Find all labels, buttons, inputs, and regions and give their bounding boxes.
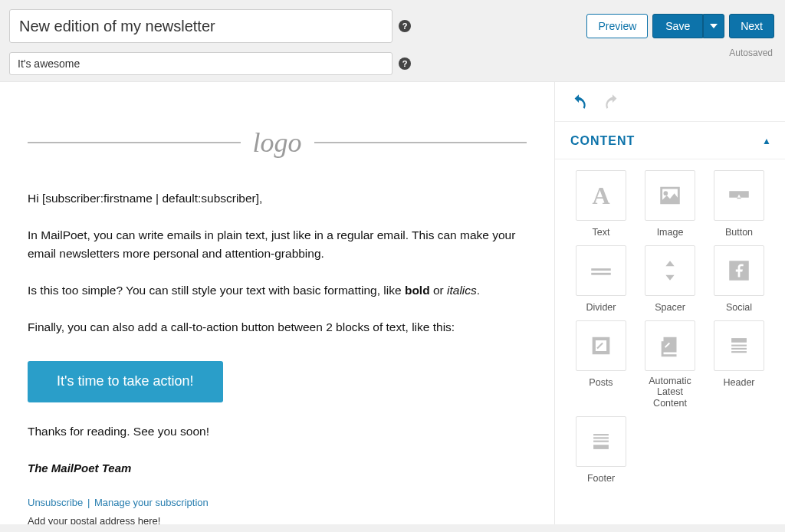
- svg-rect-4: [731, 348, 747, 350]
- sidebar: CONTENT ▲ A Text Image Button: [555, 81, 785, 524]
- autosaved-status: Autosaved: [729, 43, 774, 75]
- save-button-group: Save: [652, 14, 724, 38]
- social-icon: [726, 258, 752, 284]
- chevron-down-icon: [710, 24, 718, 28]
- preview-button[interactable]: Preview: [586, 14, 648, 38]
- save-dropdown-button[interactable]: [703, 14, 724, 38]
- next-button[interactable]: Next: [729, 14, 774, 38]
- manage-subscription-link[interactable]: Manage your subscription: [94, 497, 209, 508]
- block-header[interactable]: Header: [708, 320, 770, 409]
- divider-left: [28, 142, 241, 143]
- outro-paragraph: Thanks for reading. See you soon!: [28, 422, 527, 441]
- block-footer[interactable]: Footer: [570, 416, 632, 484]
- divider-right: [314, 142, 527, 143]
- footer-icon: [588, 429, 614, 455]
- history-toolbar: [555, 82, 785, 122]
- block-spacer[interactable]: Spacer: [639, 245, 701, 313]
- svg-rect-7: [593, 437, 609, 438]
- button-icon: [726, 182, 752, 209]
- block-automatic-latest-content[interactable]: Automatic Latest Content: [639, 320, 701, 409]
- preheader-input[interactable]: [9, 52, 392, 75]
- block-posts[interactable]: Posts: [570, 320, 632, 409]
- block-image[interactable]: Image: [639, 170, 701, 238]
- automatic-latest-content-icon: [657, 333, 683, 359]
- subject-help-icon[interactable]: ?: [399, 20, 411, 32]
- svg-rect-5: [731, 351, 747, 353]
- content-blocks-grid: A Text Image Button Divider: [555, 159, 785, 494]
- header-icon: [726, 333, 752, 359]
- signature: The MailPoet Team: [28, 459, 527, 477]
- block-text[interactable]: A Text: [570, 170, 632, 238]
- cta-button[interactable]: It's time to take action!: [28, 361, 223, 402]
- svg-rect-1: [591, 273, 611, 275]
- intro-paragraph: In MailPoet, you can write emails in pla…: [28, 226, 527, 263]
- formatting-paragraph: Is this too simple? You can still style …: [28, 281, 527, 300]
- collapse-icon: ▲: [762, 136, 771, 146]
- postal-address-placeholder: Add your postal address here!: [28, 514, 527, 524]
- save-button[interactable]: Save: [652, 14, 703, 38]
- spacer-icon: [657, 258, 683, 284]
- image-icon: [657, 182, 683, 209]
- redo-icon: [603, 93, 622, 113]
- redo-button: [603, 93, 622, 115]
- logo-text: logo: [253, 126, 302, 159]
- preheader-help-icon[interactable]: ?: [399, 57, 411, 70]
- cta-intro-paragraph: Finally, you can also add a call-to-acti…: [28, 318, 527, 337]
- content-panel-header[interactable]: CONTENT ▲: [555, 122, 785, 159]
- subject-input[interactable]: [9, 9, 392, 43]
- footer-links: Unsubscribe | Manage your subscription: [28, 495, 527, 511]
- svg-rect-9: [593, 445, 609, 449]
- undo-button[interactable]: [569, 93, 589, 115]
- content-panel-title: CONTENT: [570, 134, 635, 148]
- top-bar: ? Preview Save Next ? Autosaved: [0, 0, 785, 81]
- logo-block: logo: [28, 126, 527, 159]
- block-divider[interactable]: Divider: [570, 245, 632, 313]
- posts-icon: [588, 333, 614, 359]
- undo-icon: [569, 93, 589, 113]
- svg-rect-6: [593, 434, 609, 435]
- svg-rect-0: [591, 268, 611, 271]
- unsubscribe-link[interactable]: Unsubscribe: [28, 497, 83, 508]
- newsletter-body[interactable]: Hi [subscriber:firstname | default:subsc…: [28, 189, 527, 524]
- text-icon: A: [592, 182, 609, 210]
- svg-rect-2: [731, 338, 747, 343]
- block-social[interactable]: Social: [708, 245, 770, 313]
- divider-icon: [588, 258, 614, 284]
- editor-canvas[interactable]: logo Hi [subscriber:firstname | default:…: [0, 81, 555, 524]
- svg-rect-3: [731, 345, 747, 346]
- svg-rect-8: [593, 441, 609, 442]
- greeting-line: Hi [subscriber:firstname | default:subsc…: [28, 189, 527, 208]
- block-button[interactable]: Button: [708, 170, 770, 238]
